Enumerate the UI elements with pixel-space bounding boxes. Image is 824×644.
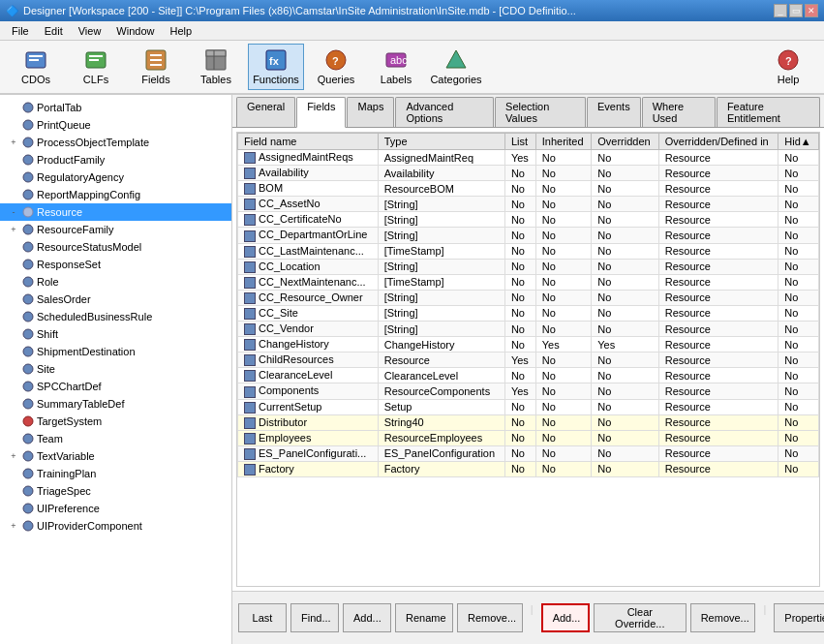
expand-icon[interactable] — [8, 433, 19, 445]
expand-icon[interactable] — [8, 119, 19, 131]
tab-fields[interactable]: Fields — [296, 97, 346, 128]
properties-button[interactable]: Properties — [774, 603, 824, 632]
toolbar-labels[interactable]: abc Labels — [368, 44, 424, 90]
col-header-type[interactable]: Type — [378, 134, 504, 150]
find-button[interactable]: Find... — [290, 603, 339, 632]
tab-events[interactable]: Events — [587, 97, 641, 127]
expand-icon[interactable] — [8, 259, 19, 270]
toolbar-help[interactable]: ? Help — [760, 44, 816, 90]
table-row[interactable]: CC_Location[String]NoNoNoResourceNo — [238, 259, 819, 274]
sidebar-item-triagespec[interactable]: TriageSpec — [0, 482, 231, 500]
toolbar-categories[interactable]: Categories — [428, 44, 484, 90]
expand-icon[interactable] — [8, 276, 19, 288]
close-button[interactable]: ✕ — [805, 4, 818, 17]
last-button[interactable]: Last — [238, 603, 287, 632]
expand-icon[interactable] — [8, 328, 19, 340]
table-row[interactable]: CC_DepartmantOrLine[String]NoNoNoResourc… — [238, 228, 819, 243]
expand-icon[interactable]: + — [8, 137, 19, 148]
menu-edit[interactable]: Edit — [37, 23, 71, 39]
col-header-fieldname[interactable]: Field name — [238, 134, 379, 150]
sidebar-item-spcchartdef[interactable]: SPCChartDef — [0, 378, 231, 395]
remove-button[interactable]: Remove... — [457, 603, 523, 632]
expand-icon[interactable] — [8, 398, 19, 410]
expand-icon[interactable] — [8, 381, 19, 392]
tab-feature-entitlement[interactable]: Feature Entitlement — [717, 97, 820, 127]
sidebar-item-site[interactable]: Site — [0, 360, 231, 378]
toolbar-cdos[interactable]: CDOs — [8, 44, 64, 90]
sidebar-item-uiprovidercomponent[interactable]: + UIProviderComponent — [0, 517, 231, 535]
col-header-inherited[interactable]: Inherited — [535, 134, 591, 150]
expand-icon[interactable] — [8, 241, 19, 253]
table-row[interactable]: ChildResourcesResourceYesNoNoResourceNo — [238, 353, 819, 368]
sidebar-item-uipreference[interactable]: UIPreference — [0, 500, 231, 517]
table-row[interactable]: CC_Resource_Owner[String]NoNoNoResourceN… — [238, 290, 819, 305]
menu-window[interactable]: Window — [108, 23, 162, 39]
expand-icon[interactable] — [8, 363, 19, 375]
table-row[interactable]: CC_AssetNo[String]NoNoNoResourceNo — [238, 197, 819, 212]
expand-icon[interactable] — [8, 189, 19, 200]
sidebar-item-summarytabledef[interactable]: SummaryTableDef — [0, 395, 231, 413]
expand-icon[interactable] — [8, 171, 19, 183]
expand-icon[interactable]: - — [8, 206, 19, 218]
expand-icon[interactable] — [8, 468, 19, 479]
table-row[interactable]: CC_Vendor[String]NoNoNoResourceNo — [238, 322, 819, 337]
toolbar-clfs[interactable]: CLFs — [68, 44, 124, 90]
tab-selection-values[interactable]: Selection Values — [495, 97, 586, 127]
col-header-overridden-defined[interactable]: Overridden/Defined in — [658, 134, 778, 150]
add-right-button[interactable]: Add... — [541, 603, 590, 632]
sidebar-item-shift[interactable]: Shift — [0, 325, 231, 343]
table-row[interactable]: CC_Site[String]NoNoNoResourceNo — [238, 305, 819, 321]
sidebar-item-portaltab[interactable]: PortalTab — [0, 99, 231, 116]
table-row[interactable]: AssignedMaintReqsAssignedMaintReqYesNoNo… — [238, 150, 819, 166]
rename-button[interactable]: Rename — [395, 603, 453, 632]
col-header-list[interactable]: List — [504, 134, 535, 150]
col-header-hidden[interactable]: Hid▲ — [778, 134, 819, 150]
expand-icon[interactable]: + — [8, 224, 19, 235]
sidebar-item-resource[interactable]: - Resource — [0, 203, 231, 221]
sidebar-item-textvariable[interactable]: + TextVariable — [0, 447, 231, 465]
sidebar-item-printqueue[interactable]: PrintQueue — [0, 116, 231, 134]
toolbar-tables[interactable]: Tables — [188, 44, 244, 90]
sidebar-item-shipmentdestination[interactable]: ShipmentDestination — [0, 343, 231, 360]
table-row[interactable]: ChangeHistoryChangeHistoryNoYesYesResour… — [238, 337, 819, 353]
table-row[interactable]: EmployeesResourceEmployeesNoNoNoResource… — [238, 430, 819, 445]
sidebar-item-targetsystem[interactable]: TargetSystem — [0, 413, 231, 430]
expand-icon[interactable] — [8, 102, 19, 113]
table-row[interactable]: CurrentSetupSetupNoNoNoResourceNo — [238, 399, 819, 414]
table-row[interactable]: CC_NextMaintenanc...[TimeStamp]NoNoNoRes… — [238, 274, 819, 290]
tab-maps[interactable]: Maps — [347, 97, 394, 127]
sidebar-item-responseset[interactable]: ResponseSet — [0, 256, 231, 273]
sidebar-item-trainingplan[interactable]: TrainingPlan — [0, 465, 231, 482]
table-row[interactable]: ES_PanelConfigurati...ES_PanelConfigurat… — [238, 445, 819, 461]
restore-button[interactable]: ▭ — [789, 4, 803, 17]
toolbar-fields[interactable]: Fields — [128, 44, 184, 90]
clear-override-button[interactable]: Clear Override... — [594, 603, 687, 632]
remove-right-button[interactable]: Remove... — [690, 603, 756, 632]
expand-icon[interactable]: + — [8, 520, 19, 532]
menu-file[interactable]: File — [4, 23, 37, 39]
table-row[interactable]: CC_LastMaintenanc...[TimeStamp]NoNoNoRes… — [238, 243, 819, 259]
toolbar-queries[interactable]: ? Queries — [308, 44, 364, 90]
sidebar-item-processobjecttemplate[interactable]: + ProcessObjectTemplate — [0, 134, 231, 151]
sidebar-item-scheduledbusinessrule[interactable]: ScheduledBusinessRule — [0, 308, 231, 325]
table-row[interactable]: CC_CertificateNo[String]NoNoNoResourceNo — [238, 212, 819, 228]
tab-advanced-options[interactable]: Advanced Options — [395, 97, 494, 127]
window-controls[interactable]: _ ▭ ✕ — [774, 4, 818, 17]
col-header-overridden[interactable]: Overridden — [592, 134, 658, 150]
tab-where-used[interactable]: Where Used — [642, 97, 716, 127]
table-row[interactable]: ClearanceLevelClearanceLevelNoNoNoResour… — [238, 368, 819, 383]
sidebar-item-salesorder[interactable]: SalesOrder — [0, 291, 231, 308]
sidebar-item-resourcefamily[interactable]: + ResourceFamily — [0, 221, 231, 238]
expand-icon[interactable] — [8, 485, 19, 497]
sidebar-item-role[interactable]: Role — [0, 273, 231, 291]
toolbar-functions[interactable]: fx Functions — [248, 44, 304, 90]
expand-icon[interactable] — [8, 415, 19, 427]
tab-general[interactable]: General — [236, 97, 295, 127]
expand-icon[interactable]: + — [8, 450, 19, 462]
table-row[interactable]: ComponentsResourceComponentsYesNoNoResou… — [238, 383, 819, 399]
sidebar-item-reportmappingconfig[interactable]: ReportMappingConfig — [0, 186, 231, 203]
sidebar-item-resourcestatusmodel[interactable]: ResourceStatusModel — [0, 238, 231, 256]
expand-icon[interactable] — [8, 293, 19, 305]
table-row[interactable]: DistributorString40NoNoNoResourceNo — [238, 414, 819, 430]
expand-icon[interactable] — [8, 311, 19, 322]
